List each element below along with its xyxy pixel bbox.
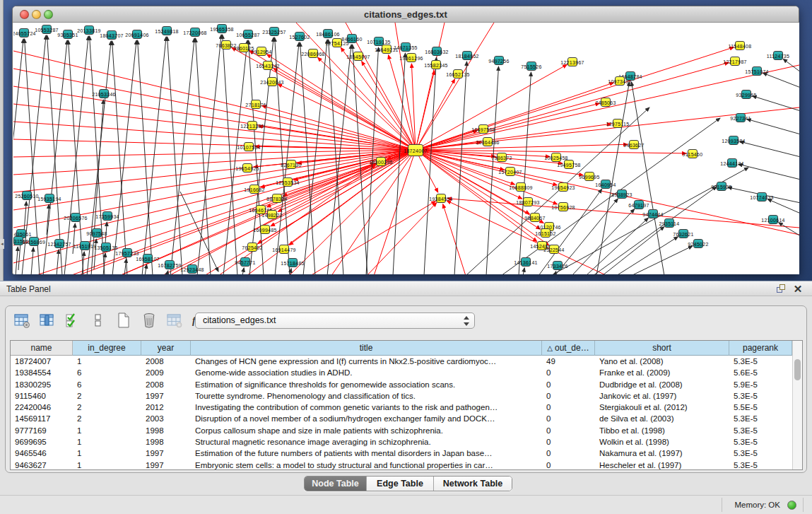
graph-node[interactable]: 12353534 [283, 177, 293, 187]
graph-node[interactable]: 16649231 [382, 45, 392, 54]
graph-node[interactable]: 1615152 [541, 228, 551, 238]
graph-node[interactable]: 2935114 [664, 218, 674, 228]
table-row[interactable]: 1830029562008Estimation of significance … [11, 379, 792, 390]
graph-node[interactable]: 10688809 [516, 182, 526, 192]
graph-node[interactable]: 11156869 [29, 237, 39, 246]
graph-node[interactable]: 18043707 [107, 30, 117, 40]
table-row[interactable]: 1456911722003Disruption of a novel membe… [11, 413, 792, 424]
graph-node[interactable]: 16652135 [453, 69, 463, 78]
table-cell[interactable]: 0 [542, 436, 595, 448]
table-cell[interactable]: 2 [73, 402, 141, 413]
graph-node[interactable]: 11124735 [773, 51, 783, 60]
table-row[interactable]: 946362711997Embryonic stem cells: a mode… [11, 460, 792, 469]
graph-node[interactable]: 10774033 [757, 192, 767, 201]
table-cell[interactable]: 2003 [141, 413, 191, 424]
column-header-title[interactable]: title [191, 341, 542, 356]
graph-node[interactable]: 10107534 [244, 142, 254, 151]
table-cell[interactable]: 14569117 [11, 413, 73, 424]
table-cell[interactable]: Changes of HCN gene expression and I(f) … [191, 356, 542, 367]
table-cell[interactable]: 2012 [141, 402, 191, 413]
graph-node[interactable]: 9860125 [239, 43, 249, 52]
graph-node[interactable]: 16543342 [263, 61, 273, 70]
float-window-icon[interactable] [777, 284, 787, 294]
table-cell[interactable]: 49 [542, 356, 595, 367]
table-cell[interactable]: 1 [73, 425, 141, 436]
graph-node[interactable]: 14136141 [521, 257, 531, 267]
table-cell[interactable]: 6 [73, 367, 141, 378]
table-cell[interactable]: Nakamura et al. (1997) [595, 448, 729, 459]
graph-node[interactable]: 12217987 [730, 57, 740, 66]
table-scrollbar[interactable] [792, 341, 802, 469]
graph-node[interactable]: 18300295 [376, 157, 386, 166]
graph-node[interactable]: 9097548 [92, 228, 102, 238]
table-cell[interactable]: Corpus callosum shape and size in male p… [191, 425, 542, 436]
graph-node[interactable]: 17957233 [122, 248, 132, 257]
table-cell[interactable]: 2 [73, 390, 141, 402]
table-cell[interactable]: Genome-wide association studies in ADHD. [191, 367, 542, 378]
graph-node[interactable]: 7986372 [497, 153, 507, 162]
graph-node[interactable]: 10655287 [243, 30, 253, 39]
table-cell[interactable]: 1 [73, 448, 141, 459]
graph-node[interactable]: 16914479 [279, 245, 289, 254]
table-selector-dropdown[interactable]: citations_edges.txt [195, 313, 475, 329]
graph-node[interactable]: 8938923 [617, 189, 627, 199]
table-cell[interactable]: 0 [542, 425, 595, 436]
column-header-year[interactable]: year [141, 341, 191, 356]
scrollbar-thumb[interactable] [794, 359, 801, 380]
table-cell[interactable]: Investigating the contribution of common… [191, 402, 542, 413]
table-row[interactable]: 969969511998Structural magnetic resonanc… [11, 436, 792, 448]
graph-node[interactable]: 10973493 [615, 76, 625, 86]
table-cell[interactable]: 5.5E-5 [729, 402, 792, 413]
graph-node[interactable]: 8878334 [272, 194, 282, 203]
graph-node[interactable]: 12923448 [187, 264, 197, 274]
graph-node[interactable]: 20691406 [132, 30, 142, 39]
table-cell[interactable]: 0 [542, 460, 595, 469]
graph-node[interactable]: 15935194 [45, 194, 54, 203]
graph-node[interactable]: 12093584 [729, 136, 739, 145]
table-cell[interactable]: Hescheler et al. (1997) [595, 460, 729, 469]
column-header-pagerank[interactable]: pagerank [729, 341, 792, 356]
graph-node[interactable]: 7632621 [678, 229, 688, 238]
table-row[interactable]: 946554611997Estimation of the future num… [11, 448, 792, 459]
graph-node[interactable]: 16958107 [143, 254, 153, 263]
table-cell[interactable]: Structural magnetic resonance image aver… [191, 436, 542, 448]
graph-node[interactable]: 17220068 [190, 28, 200, 37]
table-cell[interactable]: 18300295 [11, 379, 73, 390]
graph-node[interactable]: 18486106 [323, 29, 333, 38]
graph-node[interactable]: 6479197 [634, 200, 644, 209]
graph-node[interactable]: 11451919 [80, 241, 90, 250]
graph-node[interactable]: 16782759 [165, 260, 175, 269]
graph-node[interactable]: 7485063 [601, 98, 611, 107]
graph-node[interactable]: 9305351 [63, 30, 73, 39]
graph-node[interactable]: 9227341 [736, 113, 746, 122]
graph-node[interactable]: 11548408 [735, 41, 745, 50]
table-cell[interactable]: Tourette syndrome. Phenomenology and cla… [191, 390, 542, 402]
table-cell[interactable]: 0 [542, 413, 595, 424]
graph-node[interactable]: 12213389 [247, 121, 257, 130]
graph-node[interactable]: 12100614 [768, 215, 778, 224]
graph-node[interactable]: 20364486 [483, 137, 493, 146]
graph-node[interactable]: 16497568 [478, 124, 488, 134]
graph-node[interactable]: 7515526 [526, 62, 536, 71]
table-cell[interactable]: de Silva et al. (2003) [595, 413, 729, 424]
table-cell[interactable]: 9463627 [11, 460, 73, 469]
table-cell[interactable]: 0 [542, 448, 595, 459]
table-cell[interactable]: Estimation of significance thresholds fo… [191, 379, 542, 390]
table-row[interactable]: 977716911998Corpus callosum shape and si… [11, 425, 792, 436]
tab-node-table[interactable]: Node Table [305, 477, 367, 491]
table-cell[interactable]: Jankovic et al. (1997) [595, 390, 729, 402]
table-cell[interactable]: 0 [542, 367, 595, 378]
graph-node[interactable]: 1733426 [553, 261, 563, 270]
table-cell[interactable]: 2 [73, 413, 141, 424]
graph-node[interactable]: 18807293 [523, 197, 533, 206]
table-cell[interactable]: Tibbo et al. (1998) [595, 425, 729, 436]
graph-node[interactable]: 9699695 [584, 172, 594, 181]
table-cell[interactable]: 0 [542, 379, 595, 390]
table-row[interactable]: 1938455462009Genome-wide association stu… [11, 367, 792, 378]
table-row[interactable]: 1872400712008Changes of HCN gene express… [11, 356, 792, 367]
table-cell[interactable]: 5.3E-5 [729, 448, 792, 459]
network-graph-canvas[interactable]: 1872400724055724105532879305351201338191… [13, 23, 799, 274]
table-cell[interactable]: Embryonic stem cells: a model to study s… [191, 460, 542, 469]
graph-node[interactable]: 7663822 [221, 40, 231, 49]
table-cell[interactable]: 1 [73, 436, 141, 448]
